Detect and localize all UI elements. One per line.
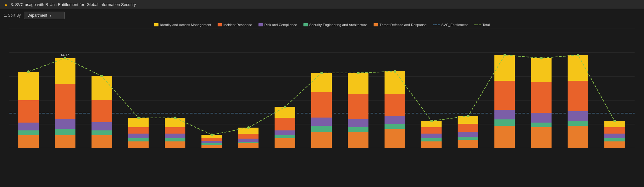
svg-text:64.17: 64.17 bbox=[61, 53, 69, 57]
svg-point-101 bbox=[320, 72, 323, 74]
svg-point-94 bbox=[64, 57, 66, 59]
svg-rect-24 bbox=[128, 138, 149, 141]
svg-rect-32 bbox=[165, 118, 185, 127]
svg-rect-48 bbox=[311, 132, 332, 148]
svg-point-109 bbox=[613, 120, 616, 122]
svg-rect-39 bbox=[238, 142, 258, 143]
bar-group-13 bbox=[494, 55, 515, 148]
svg-rect-19 bbox=[92, 130, 112, 135]
svg-rect-58 bbox=[385, 129, 405, 148]
bar-group-1: 64.17 bbox=[55, 53, 75, 148]
identity-label: Identity and Access Management bbox=[160, 23, 211, 27]
svg-rect-88 bbox=[604, 141, 625, 148]
svg-rect-59 bbox=[385, 124, 405, 129]
total-line-icon bbox=[474, 25, 481, 25]
svg-rect-30 bbox=[165, 134, 185, 138]
svg-rect-64 bbox=[421, 138, 441, 141]
chart-area: 64.17 bbox=[0, 29, 644, 161]
svg-rect-18 bbox=[92, 135, 112, 148]
chart-container: 64.17 bbox=[9, 29, 635, 148]
svg-rect-86 bbox=[568, 81, 588, 111]
svg-rect-13 bbox=[55, 129, 75, 135]
svg-rect-90 bbox=[604, 134, 625, 138]
split-by-label: 1. Split By bbox=[4, 13, 21, 18]
incident-label: Incident Response bbox=[224, 23, 252, 27]
risk-label: Risk and Compliance bbox=[264, 23, 297, 27]
bar-group-7 bbox=[275, 107, 295, 148]
threat-label: Threat Defense and Response bbox=[380, 23, 427, 27]
legend-incident: Incident Response bbox=[218, 23, 252, 27]
legend-total: Total bbox=[474, 23, 490, 27]
svg-rect-41 bbox=[238, 134, 258, 139]
bar-group-0 bbox=[18, 72, 39, 148]
svg-rect-62 bbox=[385, 71, 405, 94]
svg-point-107 bbox=[540, 57, 543, 59]
svg-point-93 bbox=[27, 70, 30, 73]
legend-svc: SVC_Entitlement bbox=[433, 23, 468, 27]
dropdown-value: Department bbox=[27, 13, 47, 18]
svg-rect-46 bbox=[275, 118, 295, 130]
svg-rect-15 bbox=[55, 84, 75, 119]
svg-rect-74 bbox=[494, 119, 515, 126]
svg-rect-51 bbox=[311, 92, 332, 118]
svg-point-99 bbox=[247, 126, 250, 129]
svg-rect-40 bbox=[238, 139, 258, 142]
svg-rect-65 bbox=[421, 134, 441, 138]
svg-point-104 bbox=[430, 120, 433, 122]
bar-group-14 bbox=[531, 58, 552, 148]
svg-point-97 bbox=[174, 117, 176, 119]
svg-rect-26 bbox=[128, 127, 149, 134]
svg-rect-53 bbox=[348, 132, 368, 148]
svg-rect-20 bbox=[92, 122, 112, 130]
svg-rect-35 bbox=[201, 141, 222, 143]
svg-rect-34 bbox=[201, 143, 222, 145]
svg-rect-25 bbox=[128, 134, 149, 138]
svg-point-106 bbox=[503, 54, 506, 56]
bar-group-16 bbox=[604, 121, 625, 148]
svg-point-96 bbox=[137, 117, 140, 119]
bar-group-2 bbox=[92, 76, 112, 148]
svg-rect-27 bbox=[128, 118, 149, 127]
svg-rect-81 bbox=[531, 82, 552, 113]
svg-rect-52 bbox=[311, 73, 332, 92]
sec-eng-swatch bbox=[303, 23, 308, 26]
svg-rect-14 bbox=[55, 119, 75, 129]
dropdown-arrow-icon: ▼ bbox=[49, 14, 52, 17]
svg-rect-70 bbox=[458, 132, 478, 137]
svg-rect-7 bbox=[18, 135, 39, 148]
threat-swatch bbox=[374, 23, 378, 26]
svg-rect-28 bbox=[165, 141, 185, 148]
svg-rect-10 bbox=[18, 100, 39, 123]
svg-rect-33 bbox=[201, 145, 222, 148]
svg-rect-44 bbox=[275, 135, 295, 138]
svg-rect-56 bbox=[348, 94, 368, 119]
department-dropdown[interactable]: Department ▼ bbox=[24, 12, 65, 19]
svg-rect-91 bbox=[604, 127, 625, 134]
svg-rect-73 bbox=[494, 126, 515, 148]
svg-rect-76 bbox=[494, 81, 515, 110]
svg-rect-43 bbox=[275, 138, 295, 148]
svg-rect-83 bbox=[568, 126, 588, 148]
svg-rect-8 bbox=[18, 130, 39, 135]
svg-rect-12 bbox=[55, 135, 75, 148]
bar-group-8 bbox=[311, 73, 332, 148]
svg-rect-31 bbox=[165, 127, 185, 134]
main-chart-svg: 64.17 bbox=[9, 29, 635, 148]
svg-rect-61 bbox=[385, 94, 405, 116]
svg-rect-69 bbox=[458, 137, 478, 140]
svg-rect-11 bbox=[18, 72, 39, 100]
svg-rect-89 bbox=[604, 138, 625, 141]
svg-rect-22 bbox=[92, 76, 112, 100]
svg-rect-49 bbox=[311, 126, 332, 132]
legend-row: Identity and Access Management Incident … bbox=[0, 22, 644, 29]
svg-rect-23 bbox=[128, 141, 149, 148]
svg-point-108 bbox=[577, 54, 579, 56]
svg-rect-57 bbox=[348, 73, 368, 94]
bar-group-12 bbox=[458, 116, 478, 148]
page-title: 3. SVC usage with B-Unit Entitlement for… bbox=[11, 2, 136, 7]
svg-rect-79 bbox=[531, 123, 552, 127]
svg-rect-63 bbox=[421, 141, 441, 148]
svg-rect-77 bbox=[494, 55, 515, 81]
svg-rect-78 bbox=[531, 127, 552, 148]
svg-point-95 bbox=[100, 75, 103, 77]
